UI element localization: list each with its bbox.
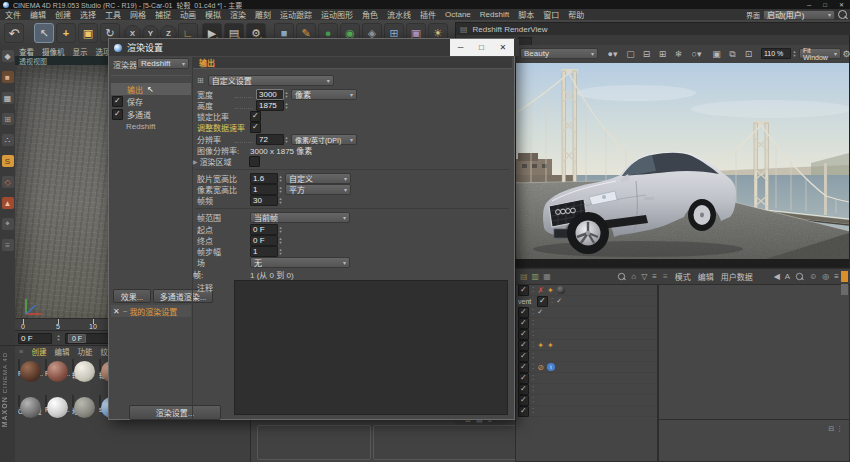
move-tool[interactable]: + (56, 23, 76, 43)
menu-edit[interactable]: 编辑 (30, 9, 46, 20)
renderer-dropdown[interactable]: Redshift▾ (137, 58, 189, 69)
material-menu-function[interactable]: 功能 (77, 346, 92, 357)
pixel-aspect-dropdown[interactable]: 平方▾ (285, 184, 351, 195)
layer-row[interactable]: ⁚✦✦ (516, 340, 657, 351)
layer-row[interactable]: ⁚⊘i (516, 362, 657, 373)
back-icon[interactable]: ◀ (774, 272, 780, 281)
width-input[interactable]: 3000 (256, 89, 284, 100)
frame-stepper[interactable]: ▲▼ (56, 333, 61, 344)
points-mode-icon[interactable]: ∴ (2, 134, 14, 146)
menu-simulate[interactable]: 模拟 (205, 9, 221, 20)
annotation-textarea[interactable] (234, 280, 508, 415)
adjust-data-rate-checkbox[interactable] (250, 122, 261, 133)
aov-dropdown[interactable]: Beauty▾ (520, 48, 598, 59)
layer-row[interactable]: ⁚ (516, 373, 657, 384)
menu-octane[interactable]: Octane (445, 10, 471, 19)
frame-range-dropdown[interactable]: 当前帧▾ (250, 212, 350, 223)
menu-sculpt[interactable]: 雕刻 (255, 9, 271, 20)
film-aspect-input[interactable]: 1.6 (250, 173, 278, 184)
close-button[interactable]: ✕ (839, 1, 844, 8)
lock-icon[interactable]: ⊟ (640, 48, 653, 60)
twirl-icon[interactable]: ▶ (193, 158, 198, 165)
model-mode-icon[interactable]: ■ (2, 71, 14, 83)
end-input[interactable]: 0 F (250, 235, 278, 246)
resolution-input[interactable]: 72 (256, 134, 284, 145)
preset-grid-icon[interactable]: ⊞ (197, 76, 204, 85)
inactive-panel-tab[interactable] (841, 284, 848, 295)
frame-step-input[interactable]: 1 (250, 246, 278, 257)
fit-window-dropdown[interactable]: Fit Window▾ (799, 48, 841, 59)
lock-workplane-icon[interactable]: ≡ (2, 239, 14, 251)
menu-render[interactable]: 渲染 (230, 9, 246, 20)
live-selection-tool[interactable]: ↖ (34, 23, 54, 43)
lock-ratio-checkbox[interactable] (250, 111, 261, 122)
layer-row[interactable]: vent⁚✓ (516, 296, 657, 307)
current-frame-input[interactable]: 0 F (18, 333, 52, 344)
attr-search-icon[interactable] (796, 273, 803, 280)
menu-create[interactable]: 创建 (55, 9, 71, 20)
user-icon[interactable]: ☺ (809, 272, 817, 281)
height-input[interactable]: 1875 (256, 100, 284, 111)
menu-snap[interactable]: 捕捉 (155, 9, 171, 20)
enable-axis-icon[interactable]: ⌖ (2, 218, 14, 230)
attribute-menu-userdata[interactable]: 用户数据 (721, 271, 753, 282)
layer-folder-icon[interactable]: ▦ (543, 272, 551, 281)
render-region-checkbox[interactable] (249, 156, 260, 167)
menu-file[interactable]: 文件 (5, 9, 21, 20)
width-unit-dropdown[interactable]: 像素▾ (291, 89, 357, 100)
filter-icon[interactable]: ▽ (641, 272, 647, 281)
menu-animate[interactable]: 动画 (180, 9, 196, 20)
viewport-menu-display[interactable]: 显示 (73, 46, 88, 57)
tree-item-save[interactable]: 保存 (111, 96, 191, 107)
text-mode-icon[interactable]: A (785, 272, 790, 281)
material-burger-icon[interactable]: ≡ (19, 347, 23, 356)
active-panel-tab[interactable] (841, 271, 848, 282)
layer-file-icon[interactable]: ▤ (520, 272, 528, 281)
effects-button[interactable]: 效果... (113, 289, 151, 303)
menu-script[interactable]: 脚本 (518, 9, 534, 20)
menu-help[interactable]: 帮助 (568, 9, 584, 20)
attribute-burger-icon[interactable]: ≡ (663, 272, 668, 281)
display-mode-icon[interactable]: ●▾ (606, 48, 619, 60)
material-item[interactable]: Car轮毂 (18, 396, 43, 430)
menu-tools[interactable]: 工具 (105, 9, 121, 20)
delete-icon[interactable]: ✕ (113, 307, 120, 316)
menu-select[interactable]: 选择 (80, 9, 96, 20)
dialog-minimize-button[interactable]: ─ (458, 43, 464, 52)
edges-mode-icon[interactable]: ◇ (2, 176, 14, 188)
film-aspect-dropdown[interactable]: 自定义▾ (285, 173, 351, 184)
render-settings-popup-button[interactable]: 渲染设置... (129, 405, 221, 420)
layer-new-icon[interactable]: ▥ (532, 272, 540, 281)
menu-mesh[interactable]: 网格 (130, 9, 146, 20)
undo-icon[interactable]: ↶ (4, 23, 24, 43)
rendered-image[interactable] (516, 63, 849, 259)
material-item[interactable]: RS Mat.. (18, 360, 43, 394)
layer-row[interactable]: ⁚✗✦ (516, 285, 657, 296)
region-icon[interactable]: ○▾ (690, 48, 703, 60)
gear-icon[interactable]: ⚙ (840, 48, 850, 60)
material-menu-edit[interactable]: 编辑 (54, 346, 69, 357)
start-input[interactable]: 0 F (250, 224, 278, 235)
menu-character[interactable]: 角色 (362, 9, 378, 20)
attr-menu-icon[interactable]: ≡ (834, 272, 839, 281)
copy-icon[interactable]: ⧉ (726, 48, 739, 60)
menu-mograph[interactable]: 运动图形 (321, 9, 353, 20)
layer-row[interactable]: ⁚ (516, 406, 657, 417)
lock-small-icon[interactable]: ⊟ ⋮ (828, 425, 843, 433)
fps-input[interactable]: 30 (250, 195, 278, 206)
menu-motion-tracker[interactable]: 运动跟踪 (280, 9, 312, 20)
snapshot-icon[interactable]: ❄ (672, 48, 685, 60)
dialog-close-button[interactable]: ✕ (500, 43, 507, 52)
material-menu-create[interactable]: 创建 (31, 346, 46, 357)
menu-pipeline[interactable]: 流水线 (387, 9, 411, 20)
layer-row[interactable]: ⁚ (516, 329, 657, 340)
zoom-level-input[interactable]: 110 % (761, 48, 791, 59)
resolution-unit-dropdown[interactable]: 像素/英寸(DPI)▾ (291, 134, 357, 145)
polygons-mode-icon[interactable]: ▲ (2, 197, 14, 209)
menu-window[interactable]: 窗口 (543, 9, 559, 20)
zoom-stepper[interactable]: ▲▼ (792, 48, 797, 59)
crop-icon[interactable]: ▢ (624, 48, 637, 60)
grid-overlay-icon[interactable]: ⊞ (656, 48, 669, 60)
attribute-menu-mode[interactable]: 模式 (675, 271, 691, 282)
workplane-icon[interactable]: ⊞ (2, 113, 14, 125)
